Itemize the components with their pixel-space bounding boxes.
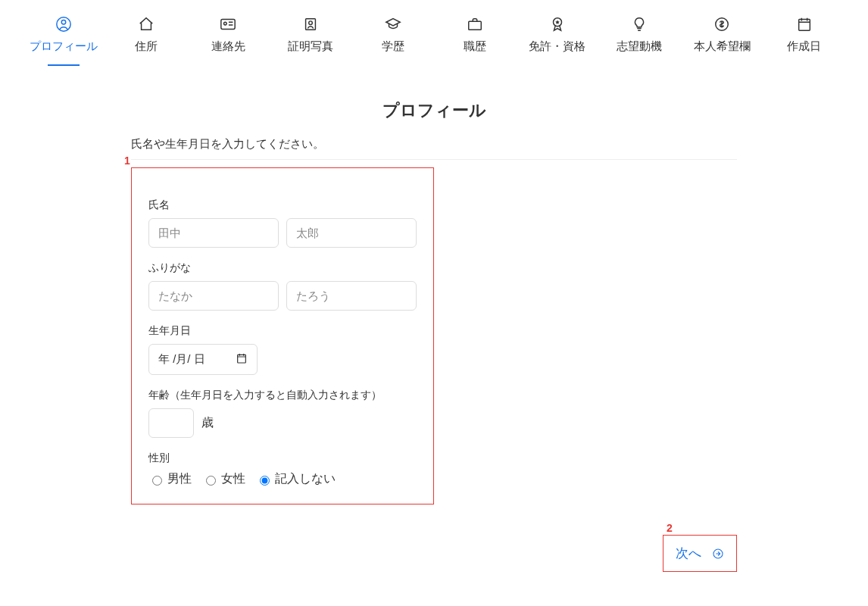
calendar-icon [795,15,813,33]
gender-female[interactable]: 女性 [202,471,245,487]
next-button-wrap: 2 次へ [131,535,737,572]
page-subtitle: 氏名や生年月日を入力してください。 [131,137,737,152]
tab-label: 作成日 [787,39,821,54]
svg-rect-9 [798,20,810,31]
tab-bar: プロフィール 住所 連絡先 証明写真 学歴 職歴 免許・資格 [0,0,868,61]
tab-contact[interactable]: 連絡先 [194,15,262,61]
gender-male-radio[interactable] [152,476,162,486]
id-photo-icon [301,15,320,33]
gender-male[interactable]: 男性 [148,471,192,487]
callout-2: 2 [667,522,673,534]
tab-profile[interactable]: プロフィール [30,15,98,61]
gender-radio-group: 男性 女性 記入しない [148,471,417,487]
name-label: 氏名 [148,198,417,212]
page-title: プロフィール [131,99,737,122]
svg-point-5 [309,21,313,25]
furigana-last-input[interactable] [148,281,279,311]
tab-motivation[interactable]: 志望動機 [605,15,673,61]
gender-none-label: 記入しない [275,471,336,487]
gender-none[interactable]: 記入しない [256,471,336,487]
graduation-cap-icon [384,15,402,33]
gender-none-radio[interactable] [260,476,270,486]
dob-label: 生年月日 [148,324,417,338]
tab-label: 証明写真 [288,39,333,54]
tab-label: 職歴 [464,39,486,54]
tab-work[interactable]: 職歴 [441,15,509,61]
svg-point-1 [62,20,67,25]
contact-card-icon [219,15,237,33]
tab-photo[interactable]: 証明写真 [276,15,345,61]
callout-1: 1 [124,155,130,167]
next-button[interactable]: 2 次へ [663,535,737,572]
dollar-circle-icon [713,15,731,33]
tab-address[interactable]: 住所 [112,15,180,61]
next-button-label: 次へ [676,545,701,562]
tab-label: 住所 [135,39,158,54]
tab-label: 連絡先 [211,39,245,54]
briefcase-icon [466,15,484,33]
dob-input[interactable]: 年 /月/ 日 [148,344,258,375]
tab-label: 本人希望欄 [694,39,751,54]
first-name-input[interactable] [286,218,417,248]
tab-license[interactable]: 免許・資格 [523,15,592,61]
main-content: プロフィール 氏名や生年月日を入力してください。 1 氏名 ふりがな 生年月日 … [131,99,737,572]
furigana-first-input[interactable] [286,281,417,311]
tab-label: プロフィール [30,39,98,54]
tab-date[interactable]: 作成日 [770,15,838,61]
profile-form: 1 氏名 ふりがな 生年月日 年 /月/ 日 年齢（生年月日を入力すると自動入力… [131,167,434,504]
dob-text: 年 /月/ 日 [158,352,205,367]
home-icon [137,15,155,33]
svg-rect-2 [221,20,235,30]
gender-female-radio[interactable] [206,476,216,486]
badge-icon [548,15,567,33]
gender-label: 性別 [148,451,417,465]
arrow-right-circle-icon [712,548,724,560]
tab-education[interactable]: 学歴 [359,15,427,61]
lightbulb-icon [630,15,648,33]
last-name-input[interactable] [148,218,279,248]
age-input[interactable] [148,408,194,438]
tab-requests[interactable]: 本人希望欄 [688,15,756,61]
tab-label: 学歴 [382,39,404,54]
user-circle-icon [55,15,73,33]
tab-label: 免許・資格 [529,39,585,54]
age-label: 年齢（生年月日を入力すると自動入力されます） [148,389,417,402]
furigana-label: ふりがな [148,261,417,275]
gender-male-label: 男性 [167,471,192,487]
svg-rect-10 [237,355,245,363]
divider [131,159,737,160]
gender-female-label: 女性 [221,471,245,487]
svg-point-3 [224,22,227,25]
tab-label: 志望動機 [617,39,662,54]
age-unit: 歳 [201,415,214,431]
svg-rect-6 [469,21,482,30]
calendar-icon [236,352,248,367]
